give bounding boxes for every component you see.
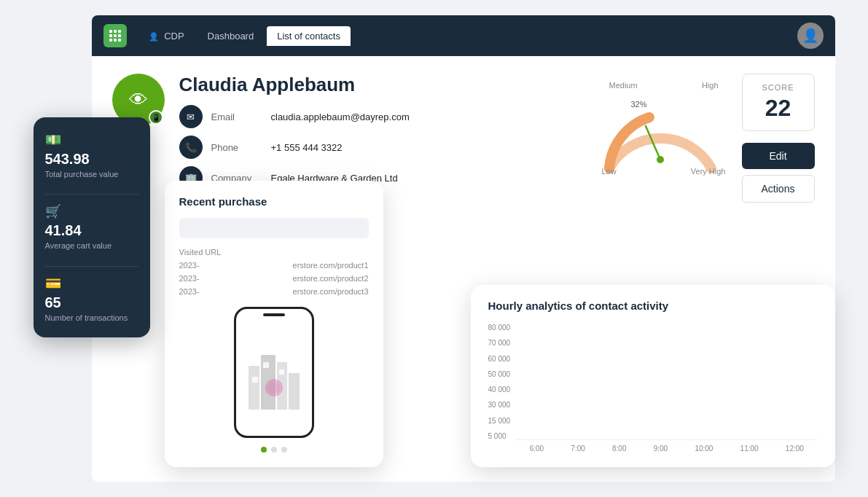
x-label-800: 8:00 [612, 445, 626, 453]
gauge-label-low: Low [602, 167, 617, 176]
svg-point-10 [268, 382, 280, 394]
contact-info: Claudia Applebaum ✉ Email claudia.appleb… [179, 74, 558, 189]
svg-rect-5 [289, 373, 300, 410]
bars-container [516, 324, 817, 440]
phone-label: Phone [211, 142, 262, 153]
dot-3[interactable] [281, 447, 287, 453]
email-label: Email [211, 111, 262, 122]
sidebar-stats-card: 💵 543.98 Total purchase value 🛒 41.84 Av… [34, 117, 150, 337]
chart-area: 80 000 70 000 60 000 50 000 40 000 30 00… [488, 324, 818, 453]
gauge-labels: Medium High Low Very High 32% [587, 74, 733, 190]
action-buttons: Edit Actions [742, 143, 815, 203]
cart-icon: 🛒 [45, 203, 138, 219]
gauge-label-veryhigh: Very High [691, 167, 726, 176]
purchase-card: Recent purchase Visited URL 2023- erstor… [165, 181, 383, 467]
tab-list-of-contacts[interactable]: List of contacts [267, 26, 351, 46]
stat-transactions: 💳 65 Number of transactions [45, 275, 138, 323]
analytics-title: Hourly analytics of contact activity [488, 300, 818, 312]
email-field: ✉ Email claudia.applebaum@dayrep.com [179, 105, 558, 128]
row3-url: erstore.com/product3 [293, 287, 369, 296]
purchase-rows: Visited URL 2023- erstore.com/product1 2… [179, 246, 369, 298]
x-label-900: 9:00 [654, 445, 668, 453]
score-label: SCORE [762, 83, 794, 92]
phone-value: +1 555 444 3322 [271, 142, 343, 153]
phone-content [245, 337, 303, 415]
row2-url: erstore.com/product2 [293, 274, 369, 283]
eye-icon: 👁 [129, 89, 148, 111]
email-icon: ✉ [179, 105, 203, 128]
transactions-icon: 💳 [45, 275, 138, 291]
purchase-dots [179, 447, 369, 453]
dot-1[interactable] [261, 447, 267, 453]
tab-bar: 👤 CDP Dashboard List of contacts [138, 26, 797, 46]
phone-mockup [234, 307, 314, 438]
contact-fields: ✉ Email claudia.applebaum@dayrep.com 📞 P… [179, 105, 558, 189]
chart-y-axis: 80 000 70 000 60 000 50 000 40 000 30 00… [488, 324, 517, 440]
score-area: SCORE 22 Edit Actions [742, 74, 815, 203]
y-label-6: 60 000 [488, 355, 511, 363]
stat-total-purchase: 💵 543.98 Total purchase value [45, 132, 138, 179]
topbar: 👤 CDP Dashboard List of contacts 👤 [92, 15, 835, 56]
gauge-label-high: High [702, 81, 719, 90]
purchase-search-bar[interactable] [179, 218, 369, 238]
total-purchase-label: Total purchase value [45, 169, 138, 179]
row2-date: 2023- [179, 274, 200, 283]
row1-url: erstore.com/product1 [293, 261, 369, 270]
email-value: claudia.applebaum@dayrep.com [271, 111, 410, 122]
score-panel: SCORE 22 [742, 74, 815, 131]
y-label-15: 15 000 [488, 417, 511, 425]
chart-x-axis: 6:00 7:00 8:00 9:00 10:00 11:00 12:00 [516, 445, 817, 453]
row3-date: 2023- [179, 287, 200, 296]
stat-avg-cart: 🛒 41.84 Average cart value [45, 203, 138, 251]
purchase-row-2: 2023- erstore.com/product2 [179, 272, 369, 285]
y-label-4: 40 000 [488, 386, 511, 394]
y-label-5: 50 000 [488, 370, 511, 378]
y-label-7: 70 000 [488, 339, 511, 347]
svg-rect-8 [279, 369, 284, 375]
gauge-percentage: 32% [631, 100, 647, 109]
phone-field: 📞 Phone +1 555 444 3322 [179, 136, 558, 159]
contact-name: Claudia Applebaum [179, 74, 558, 96]
total-purchase-value: 543.98 [45, 151, 138, 168]
gauge-chart: Medium High Low Very High 32% [587, 74, 733, 190]
purchase-row-header: Visited URL [179, 246, 369, 259]
actions-button[interactable]: Actions [742, 175, 815, 203]
mobile-badge: 📱 [149, 110, 163, 125]
y-label-5k: 5 000 [488, 432, 511, 440]
x-label-1100: 11:00 [740, 445, 759, 453]
tab-cdp[interactable]: 👤 CDP [138, 26, 195, 46]
avatar[interactable]: 👤 [797, 23, 824, 49]
tab-dashboard[interactable]: Dashboard [198, 26, 265, 46]
purchase-icon: 💵 [45, 132, 138, 148]
avg-cart-value: 41.84 [45, 222, 138, 239]
svg-rect-2 [249, 366, 259, 410]
purchase-row-3: 2023- erstore.com/product3 [179, 285, 369, 298]
score-value: 22 [765, 95, 791, 122]
visited-url-header: Visited URL [179, 248, 222, 257]
y-label-8: 80 000 [488, 324, 511, 332]
svg-rect-7 [263, 362, 269, 368]
phone-icon: 📞 [179, 136, 203, 159]
row1-date: 2023- [179, 261, 200, 270]
purchase-title: Recent purchase [179, 195, 369, 208]
avg-cart-label: Average cart value [45, 240, 138, 251]
analytics-card: Hourly analytics of contact activity 80 … [471, 285, 835, 467]
transactions-value: 65 [45, 294, 138, 311]
chart-bars: 6:00 7:00 8:00 9:00 10:00 11:00 12:00 [516, 324, 817, 453]
transactions-label: Number of transactions [45, 313, 138, 323]
purchase-row-1: 2023- erstore.com/product1 [179, 259, 369, 272]
divider-1 [45, 194, 138, 195]
logo-grid [109, 30, 121, 42]
x-label-1000: 10:00 [695, 445, 713, 453]
dot-2[interactable] [271, 447, 277, 453]
gauge-label-medium: Medium [609, 81, 638, 90]
x-label-1200: 12:00 [786, 445, 804, 453]
logo[interactable] [103, 24, 127, 47]
edit-button[interactable]: Edit [742, 143, 815, 169]
svg-rect-6 [252, 377, 258, 383]
y-label-3: 30 000 [488, 401, 511, 409]
x-label-600: 6:00 [530, 445, 544, 453]
divider-2 [45, 266, 138, 267]
x-label-700: 7:00 [571, 445, 584, 453]
